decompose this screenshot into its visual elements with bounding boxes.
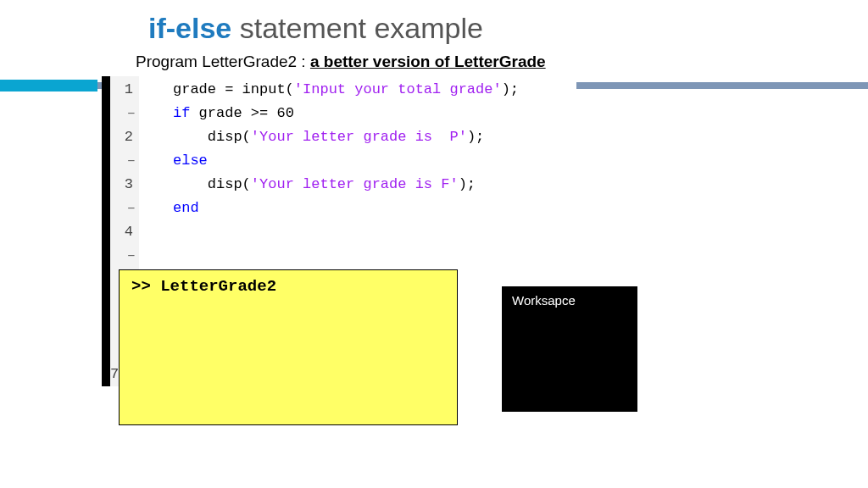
gutter-line: 4 – bbox=[110, 220, 136, 268]
code-line: disp('Your letter grade is P'); bbox=[173, 125, 576, 149]
code-line: grade = input('Input your total grade'); bbox=[173, 78, 576, 102]
title-keyword: if-else bbox=[148, 12, 231, 44]
gutter-line: 3 – bbox=[110, 173, 136, 220]
gutter-line: 1 – bbox=[110, 78, 136, 125]
gutter-line: 2 – bbox=[110, 125, 136, 173]
bar-cyan bbox=[0, 80, 97, 92]
code-line: disp('Your letter grade is F'); bbox=[173, 173, 576, 197]
code-line: else bbox=[173, 149, 576, 173]
slide-title: if-else statement example bbox=[148, 12, 483, 45]
workspace-label: Worksapce bbox=[512, 293, 627, 308]
console-line: >> LetterGrade2 bbox=[131, 277, 445, 296]
code-line: end bbox=[173, 197, 576, 220]
slide-subtitle: Program LetterGrade2 : a better version … bbox=[136, 53, 546, 71]
code-line: if grade >= 60 bbox=[173, 102, 576, 125]
subtitle-underline: a better version of LetterGrade bbox=[310, 53, 546, 70]
subtitle-lead: Program LetterGrade2 : bbox=[136, 53, 310, 70]
editor-left-strip bbox=[102, 76, 110, 386]
command-console: >> LetterGrade2 bbox=[119, 269, 458, 425]
title-rest: statement example bbox=[231, 12, 483, 44]
code-line bbox=[173, 220, 576, 244]
workspace-panel: Worksapce bbox=[502, 286, 637, 412]
